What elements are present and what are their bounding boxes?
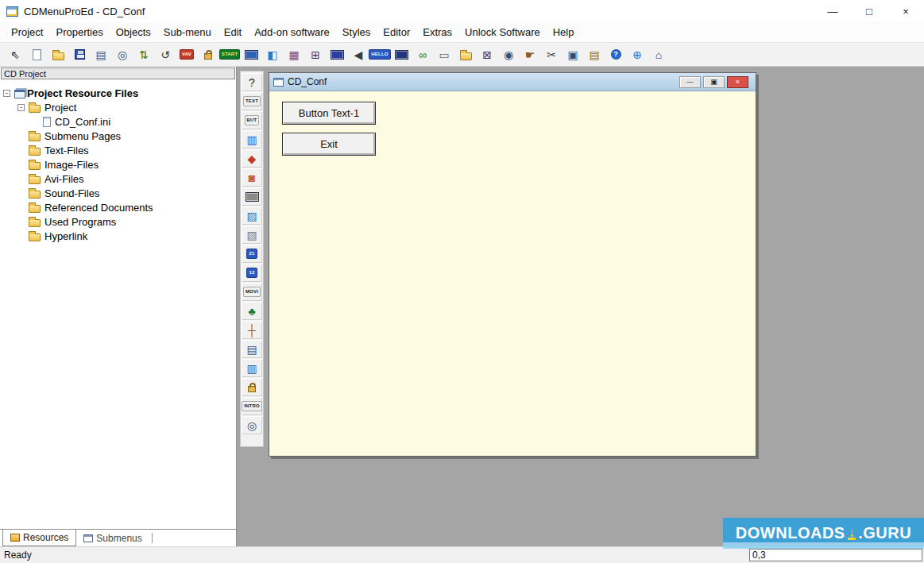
- exit-button[interactable]: Exit: [282, 133, 376, 156]
- open-project-icon: [52, 52, 64, 60]
- folder-target-button[interactable]: [455, 44, 476, 64]
- picture-object-button[interactable]: ▧: [242, 226, 262, 244]
- screen-page-button[interactable]: [327, 44, 347, 64]
- tree-item-used-programs[interactable]: Used Programs: [0, 214, 236, 229]
- open-project-button[interactable]: [48, 44, 68, 64]
- grid-arrows-button[interactable]: ⊞: [305, 44, 326, 64]
- project-tree: -Project Resource Files-ProjectCD_Conf.i…: [0, 80, 236, 529]
- tree-item-sound-files[interactable]: Sound-Files: [0, 186, 236, 200]
- media-object-button[interactable]: ◙: [242, 168, 262, 187]
- maximize-button[interactable]: □: [851, 0, 887, 22]
- screen-text-button[interactable]: [391, 44, 412, 64]
- menu-project[interactable]: Project: [5, 23, 49, 41]
- bottom-tab-strip: ResourcesSubmenus: [0, 529, 236, 546]
- menu-styles[interactable]: Styles: [336, 23, 377, 41]
- menu-add-on-software[interactable]: Add-on software: [248, 23, 336, 41]
- cut-button[interactable]: ✂: [541, 44, 562, 64]
- status-message: Ready: [4, 550, 32, 561]
- preview-button[interactable]: ◎: [112, 44, 133, 64]
- intro-object-button[interactable]: INTRO: [242, 397, 262, 415]
- undo-button[interactable]: ↺: [155, 44, 176, 64]
- tab-submenus[interactable]: Submenus: [76, 530, 149, 546]
- tree-item-avi-files[interactable]: Avi-Files: [0, 172, 236, 186]
- tree-expander[interactable]: -: [3, 90, 10, 97]
- save-project-button[interactable]: [69, 44, 90, 64]
- counter-object-button[interactable]: 12: [242, 264, 262, 282]
- monitor-button[interactable]: [241, 44, 261, 64]
- menu-extras[interactable]: Extras: [416, 23, 458, 41]
- home-button[interactable]: ⌂: [648, 44, 669, 64]
- tree-item-project[interactable]: -Project: [0, 100, 236, 114]
- tree-item-text-files[interactable]: Text-Files: [0, 143, 236, 157]
- form-canvas[interactable]: Button Text-1Exit: [269, 91, 756, 456]
- paste-button[interactable]: ▤: [584, 44, 605, 64]
- tab-resources[interactable]: Resources: [2, 530, 76, 546]
- tree-item-referenced-documents[interactable]: Referenced Documents: [0, 200, 236, 214]
- web-button[interactable]: ⊕: [627, 44, 648, 64]
- menu-help[interactable]: Help: [547, 23, 581, 41]
- install-object-button[interactable]: ♣: [242, 302, 262, 320]
- close-button[interactable]: ×: [887, 0, 924, 22]
- hyperlink-button[interactable]: ∞: [412, 44, 433, 64]
- button-text-1-button[interactable]: Button Text-1: [282, 102, 376, 125]
- folder-icon: [29, 133, 41, 141]
- web-icon: ⊕: [632, 49, 642, 60]
- start-screen-button[interactable]: START: [219, 44, 240, 64]
- help-button[interactable]: ?: [605, 44, 626, 64]
- print-button[interactable]: ▤: [91, 44, 111, 64]
- sound-button[interactable]: ◀: [348, 44, 369, 64]
- shape-object-button[interactable]: ◆: [242, 149, 262, 168]
- tree-item-submenu-pages[interactable]: Submenu Pages: [0, 129, 236, 143]
- paint-object-button[interactable]: ▨: [242, 206, 262, 225]
- vav-button[interactable]: VAV: [176, 44, 197, 64]
- import-export-button[interactable]: ⇅: [133, 44, 154, 64]
- button-object-button[interactable]: BUT: [242, 111, 262, 129]
- copy-button[interactable]: ▣: [563, 44, 583, 64]
- context-help-button[interactable]: ?: [242, 73, 262, 91]
- document-title: CD_Conf: [288, 76, 327, 87]
- new-project-button[interactable]: [26, 44, 47, 64]
- project-explorer-panel: CD Project -Project Resource Files-Proje…: [0, 67, 237, 546]
- movie-object-button[interactable]: MOVI: [242, 283, 262, 301]
- menu-sub-menu[interactable]: Sub-menu: [157, 23, 218, 41]
- selection-frame-button[interactable]: ▭: [434, 44, 454, 64]
- monitor-object-button[interactable]: [242, 187, 262, 206]
- divider-object-button[interactable]: ┼: [242, 321, 262, 339]
- document-titlebar[interactable]: CD_Conf —▣×: [269, 73, 756, 91]
- folder-icon: [29, 148, 41, 156]
- lock-button[interactable]: [198, 44, 218, 64]
- minimize-button[interactable]: —: [814, 0, 851, 22]
- print-icon: ▤: [95, 49, 106, 60]
- doc-close-button[interactable]: ×: [727, 76, 748, 88]
- search-button[interactable]: ◉: [498, 44, 519, 64]
- menu-unlock-software[interactable]: Unlock Software: [458, 23, 547, 41]
- tree-item-hyperlink[interactable]: Hyperlink: [0, 229, 236, 243]
- zoom-object-button[interactable]: ◎: [242, 416, 262, 434]
- menu-editor[interactable]: Editor: [377, 23, 416, 41]
- fill-style-button[interactable]: ◧: [262, 44, 283, 64]
- tree-item-image-files[interactable]: Image-Files: [0, 157, 236, 172]
- image-object-button[interactable]: ▦: [284, 44, 304, 64]
- tree-expander[interactable]: -: [17, 104, 25, 111]
- hand-button[interactable]: ☛: [520, 44, 540, 64]
- wizard-select-icon: ⇖: [10, 49, 20, 60]
- lock-object-button[interactable]: [242, 378, 262, 396]
- doc-minimize-button[interactable]: —: [679, 76, 701, 88]
- menu-objects[interactable]: Objects: [110, 23, 157, 41]
- image-pages-button[interactable]: ▥: [242, 130, 262, 148]
- tree-item-cd-conf-ini[interactable]: CD_Conf.ini: [0, 114, 236, 129]
- window-title: CDMenuProEd - CD_Conf: [24, 6, 145, 17]
- menu-edit[interactable]: Edit: [218, 23, 248, 41]
- table-object-button[interactable]: ▥: [242, 359, 262, 377]
- text-object-button[interactable]: TEXT: [242, 92, 262, 110]
- date-object-button[interactable]: 21: [242, 245, 262, 263]
- menu-properties[interactable]: Properties: [49, 23, 109, 41]
- hello-label-button[interactable]: HELLO: [369, 44, 390, 64]
- tree-item-label: Submenu Pages: [44, 130, 121, 142]
- wizard-select-button[interactable]: ⇖: [5, 44, 25, 64]
- tree-item-project-resource-files[interactable]: -Project Resource Files: [0, 86, 236, 100]
- grid-close-button[interactable]: ⊠: [477, 44, 497, 64]
- tab-divider: [152, 533, 153, 543]
- doc-maximize-button[interactable]: ▣: [703, 76, 725, 88]
- list-object-button[interactable]: ▤: [242, 340, 262, 358]
